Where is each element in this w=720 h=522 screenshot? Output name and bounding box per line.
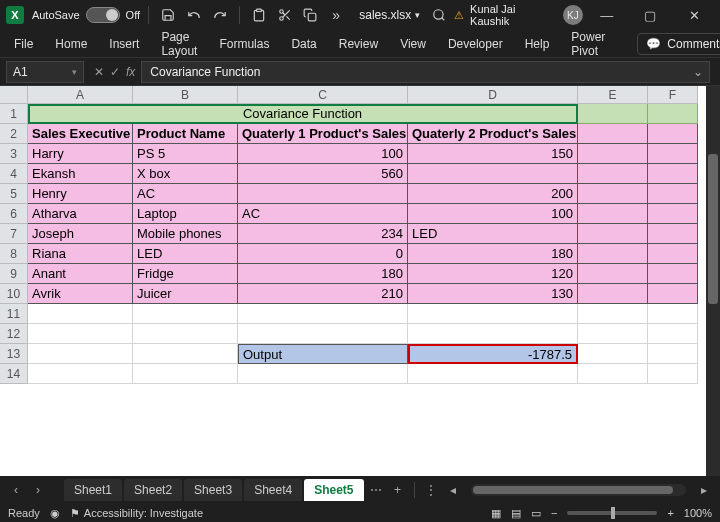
cell[interactable]: 120 <box>408 264 578 284</box>
undo-icon[interactable] <box>183 4 205 26</box>
cell[interactable] <box>648 324 698 344</box>
cell[interactable]: 100 <box>408 204 578 224</box>
cell[interactable]: Quaterly 1 Product's Sales <box>238 124 408 144</box>
prev-sheet-button[interactable]: ‹ <box>6 480 26 500</box>
column-header-F[interactable]: F <box>648 86 698 104</box>
row-header-7[interactable]: 7 <box>0 224 28 244</box>
cell[interactable] <box>28 304 133 324</box>
copy-icon[interactable] <box>299 4 321 26</box>
zoom-slider[interactable] <box>567 511 657 515</box>
cell[interactable]: Sales Executive <box>28 124 133 144</box>
view-page-break-icon[interactable]: ▭ <box>531 507 541 520</box>
cell[interactable]: 234 <box>238 224 408 244</box>
overflow-icon[interactable]: » <box>325 4 347 26</box>
cell[interactable] <box>408 324 578 344</box>
save-icon[interactable] <box>157 4 179 26</box>
tab-page-layout[interactable]: Page Layout <box>157 26 201 62</box>
cell[interactable] <box>648 304 698 324</box>
vertical-scrollbar[interactable] <box>706 86 720 486</box>
zoom-level[interactable]: 100% <box>684 507 712 519</box>
cell[interactable] <box>578 164 648 184</box>
cell[interactable]: Anant <box>28 264 133 284</box>
sheet-tab-sheet4[interactable]: Sheet4 <box>244 479 302 501</box>
cell[interactable] <box>133 324 238 344</box>
tab-developer[interactable]: Developer <box>444 33 507 55</box>
column-header-B[interactable]: B <box>133 86 238 104</box>
cell[interactable]: LED <box>133 244 238 264</box>
cell[interactable] <box>578 104 648 124</box>
row-header-9[interactable]: 9 <box>0 264 28 284</box>
tab-power-pivot[interactable]: Power Pivot <box>567 26 609 62</box>
cell[interactable]: LED <box>408 224 578 244</box>
row-header-13[interactable]: 13 <box>0 344 28 364</box>
toggle-switch[interactable] <box>86 7 120 23</box>
cancel-icon[interactable]: ✕ <box>94 65 104 79</box>
cell[interactable] <box>648 184 698 204</box>
tab-formulas[interactable]: Formulas <box>215 33 273 55</box>
cell[interactable] <box>648 104 698 124</box>
view-normal-icon[interactable]: ▦ <box>491 507 501 520</box>
tab-review[interactable]: Review <box>335 33 382 55</box>
autosave-toggle[interactable]: AutoSave Off <box>32 7 140 23</box>
accessibility-status[interactable]: ⚑Accessibility: Investigate <box>70 507 203 520</box>
cell[interactable]: AC <box>133 184 238 204</box>
cell[interactable]: Mobile phones <box>133 224 238 244</box>
sheet-tab-sheet2[interactable]: Sheet2 <box>124 479 182 501</box>
cell[interactable] <box>648 204 698 224</box>
cell[interactable]: 180 <box>238 264 408 284</box>
tab-scroll-menu[interactable]: ⋮ <box>421 480 441 500</box>
new-sheet-button[interactable]: + <box>388 480 408 500</box>
row-header-14[interactable]: 14 <box>0 364 28 384</box>
row-header-12[interactable]: 12 <box>0 324 28 344</box>
cell[interactable]: Fridge <box>133 264 238 284</box>
cell[interactable] <box>648 224 698 244</box>
cell[interactable]: 0 <box>238 244 408 264</box>
row-header-1[interactable]: 1 <box>0 104 28 124</box>
cell[interactable]: 150 <box>408 144 578 164</box>
zoom-out-button[interactable]: − <box>551 507 557 519</box>
zoom-in-button[interactable]: + <box>667 507 673 519</box>
row-header-6[interactable]: 6 <box>0 204 28 224</box>
cell[interactable] <box>648 144 698 164</box>
redo-icon[interactable] <box>209 4 231 26</box>
title-cell[interactable]: Covariance Function <box>28 104 578 124</box>
cell[interactable]: Laptop <box>133 204 238 224</box>
horizontal-scrollbar[interactable] <box>471 484 686 496</box>
cell[interactable] <box>578 344 648 364</box>
row-header-4[interactable]: 4 <box>0 164 28 184</box>
cell[interactable] <box>578 184 648 204</box>
user-account[interactable]: ⚠ Kunal Jai Kaushik KJ <box>454 3 583 27</box>
tab-insert[interactable]: Insert <box>105 33 143 55</box>
cell[interactable] <box>238 364 408 384</box>
row-header-8[interactable]: 8 <box>0 244 28 264</box>
paste-icon[interactable] <box>248 4 270 26</box>
comments-button[interactable]: 💬 Comments <box>637 33 720 55</box>
cell[interactable]: 210 <box>238 284 408 304</box>
cell[interactable]: AC <box>238 204 408 224</box>
cell[interactable]: 560 <box>238 164 408 184</box>
cell[interactable] <box>408 164 578 184</box>
cell[interactable]: Henry <box>28 184 133 204</box>
tab-view[interactable]: View <box>396 33 430 55</box>
cell[interactable]: 180 <box>408 244 578 264</box>
cell[interactable] <box>578 284 648 304</box>
scroll-left-button[interactable]: ◂ <box>443 480 463 500</box>
cell[interactable]: Harry <box>28 144 133 164</box>
cell[interactable] <box>648 284 698 304</box>
row-header-3[interactable]: 3 <box>0 144 28 164</box>
sheet-tab-sheet3[interactable]: Sheet3 <box>184 479 242 501</box>
column-header-D[interactable]: D <box>408 86 578 104</box>
close-button[interactable]: ✕ <box>674 0 714 30</box>
row-header-11[interactable]: 11 <box>0 304 28 324</box>
output-value-cell[interactable]: -1787.5 <box>408 344 578 364</box>
cell[interactable] <box>133 364 238 384</box>
column-header-C[interactable]: C <box>238 86 408 104</box>
cell[interactable] <box>238 324 408 344</box>
sheet-tab-sheet1[interactable]: Sheet1 <box>64 479 122 501</box>
formula-input[interactable]: Covariance Function ⌄ <box>141 61 710 83</box>
cut-icon[interactable] <box>274 4 296 26</box>
cell[interactable] <box>648 164 698 184</box>
cell[interactable] <box>578 224 648 244</box>
cell[interactable] <box>408 364 578 384</box>
cell[interactable]: PS 5 <box>133 144 238 164</box>
